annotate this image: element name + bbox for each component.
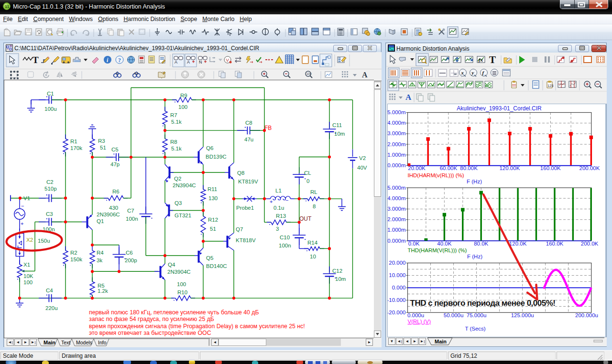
svg-text:C2: C2: [46, 179, 54, 185]
svg-text:4.000m: 4.000m: [387, 195, 405, 201]
svg-text:0.000u: 0.000u: [407, 312, 424, 318]
svg-text:Info: Info: [98, 340, 107, 345]
svg-text:запас по фазе 54 градуса, по у: запас по фазе 54 градуса, по усилению 25…: [89, 316, 214, 322]
svg-text:123: 123: [547, 84, 554, 88]
svg-text:-20.000: -20.000: [387, 310, 406, 315]
svg-text:CL: CL: [304, 170, 311, 176]
svg-text:Q2: Q2: [174, 176, 181, 182]
svg-text:R4: R4: [97, 250, 104, 256]
svg-text:430: 430: [109, 205, 118, 211]
svg-text:?: ?: [118, 57, 121, 64]
svg-text:C4: C4: [46, 288, 53, 293]
svg-text:C3: C3: [46, 211, 53, 217]
svg-text:100: 100: [178, 104, 187, 110]
svg-text:R11: R11: [208, 186, 217, 192]
svg-text:+: +: [270, 199, 273, 204]
svg-text:Q8: Q8: [237, 170, 244, 176]
svg-text:F (Hz): F (Hz): [467, 179, 482, 184]
svg-text:A: A: [116, 72, 119, 75]
svg-text:R14: R14: [307, 240, 318, 246]
svg-text:1.000m: 1.000m: [387, 152, 405, 158]
svg-text:170k: 170k: [70, 145, 82, 151]
svg-text:11: 11: [5, 4, 10, 9]
svg-text:5.1k: 5.1k: [171, 119, 182, 125]
svg-text:F (Hz): F (Hz): [467, 254, 482, 259]
svg-text:T: T: [33, 55, 39, 65]
svg-text:10.000: 10.000: [389, 272, 405, 278]
svg-text:3: 3: [276, 226, 279, 232]
svg-text:2N3904C: 2N3904C: [167, 269, 191, 275]
svg-text:Akulinichev_1993-01_Cordel.CIR: Akulinichev_1993-01_Cordel.CIR: [457, 105, 542, 112]
svg-text:это время отвечает за быстроде: это время отвечает за быстродействие ООС: [89, 330, 211, 336]
svg-text:Q6: Q6: [206, 145, 213, 151]
svg-text:3k: 3k: [97, 257, 102, 263]
svg-text:Probe1: Probe1: [236, 205, 254, 211]
svg-text:10m: 10m: [334, 131, 345, 137]
svg-text:RL: RL: [310, 189, 317, 195]
svg-text:R13: R13: [276, 213, 286, 219]
svg-text:80.0K: 80.0K: [474, 241, 488, 246]
svg-text:OUT: OUT: [299, 215, 312, 222]
svg-text:10K: 10K: [23, 273, 33, 279]
svg-text:Models: Models: [76, 340, 92, 345]
svg-text:Text: Text: [61, 340, 70, 345]
svg-text:510p: 510p: [44, 186, 57, 192]
svg-text:Q1: Q1: [97, 218, 104, 224]
svg-text:200.0K: 200.0K: [581, 241, 599, 246]
svg-text:200.00K: 200.00K: [579, 165, 600, 171]
svg-text:C5: C5: [111, 147, 119, 152]
svg-text:0.000: 0.000: [392, 285, 406, 290]
svg-text:2.000m: 2.000m: [387, 216, 405, 222]
svg-text:A: A: [187, 60, 190, 64]
svg-text:100n: 100n: [279, 243, 291, 248]
svg-text:3.000m: 3.000m: [387, 206, 405, 212]
svg-text:51: 51: [210, 226, 216, 232]
svg-text:T: T: [489, 54, 496, 65]
svg-text:130: 130: [208, 195, 218, 201]
svg-text:0.0K: 0.0K: [408, 241, 420, 246]
svg-text:-10.000: -10.000: [387, 297, 406, 303]
svg-text:47u: 47u: [244, 137, 253, 142]
svg-text:47p: 47p: [110, 161, 120, 167]
svg-text:R2: R2: [70, 250, 77, 256]
svg-text:T (Secs): T (Secs): [465, 326, 485, 332]
svg-text:V1: V1: [23, 195, 30, 201]
svg-text:1.2k: 1.2k: [98, 288, 108, 294]
svg-text:X2: X2: [26, 237, 33, 243]
svg-text:x: x: [461, 70, 464, 75]
svg-text:100n: 100n: [126, 216, 138, 222]
svg-text:BD139C: BD139C: [206, 154, 226, 160]
svg-text:L1: L1: [275, 188, 282, 193]
svg-text:0: 0: [306, 178, 309, 184]
svg-text:THD с первого периода менее 0,: THD с первого периода менее 0,005%!: [410, 299, 556, 308]
svg-text:KT819V: KT819V: [238, 179, 258, 184]
svg-text:C1: C1: [47, 91, 54, 96]
svg-text:первый полюс 180 кГц, петлевое: первый полюс 180 кГц, петлевое усиление …: [89, 309, 259, 316]
svg-text:2.000m: 2.000m: [387, 141, 405, 147]
svg-text:5.000m: 5.000m: [387, 109, 405, 115]
svg-text:V(RL) (V): V(RL) (V): [408, 319, 431, 324]
svg-text:2N3906C: 2N3906C: [97, 212, 120, 217]
svg-text:100: 100: [23, 279, 33, 285]
svg-text:Q3: Q3: [175, 200, 182, 206]
svg-text:51: 51: [100, 145, 106, 150]
svg-text:4.000m: 4.000m: [387, 120, 405, 126]
svg-text:R12: R12: [208, 217, 218, 223]
svg-text:1.000m: 1.000m: [387, 227, 405, 233]
svg-text:150k: 150k: [70, 257, 82, 262]
svg-text:100: 100: [177, 281, 186, 287]
svg-text:V: V: [226, 57, 230, 63]
svg-text:R7: R7: [170, 112, 177, 118]
svg-text:60.00K: 60.00K: [440, 165, 458, 171]
svg-text:5.000m: 5.000m: [387, 185, 405, 191]
svg-text:C7: C7: [127, 208, 134, 214]
svg-text:R3: R3: [98, 138, 105, 144]
svg-text:A: A: [175, 60, 177, 64]
svg-text:100: 100: [306, 72, 312, 75]
svg-text:5.1k: 5.1k: [171, 146, 182, 151]
svg-text:125.000u: 125.000u: [511, 312, 534, 318]
svg-text:8: 8: [313, 203, 316, 209]
svg-text:y: y: [471, 70, 474, 75]
svg-text:10: 10: [310, 254, 316, 259]
svg-text:75.000u: 75.000u: [467, 312, 487, 318]
